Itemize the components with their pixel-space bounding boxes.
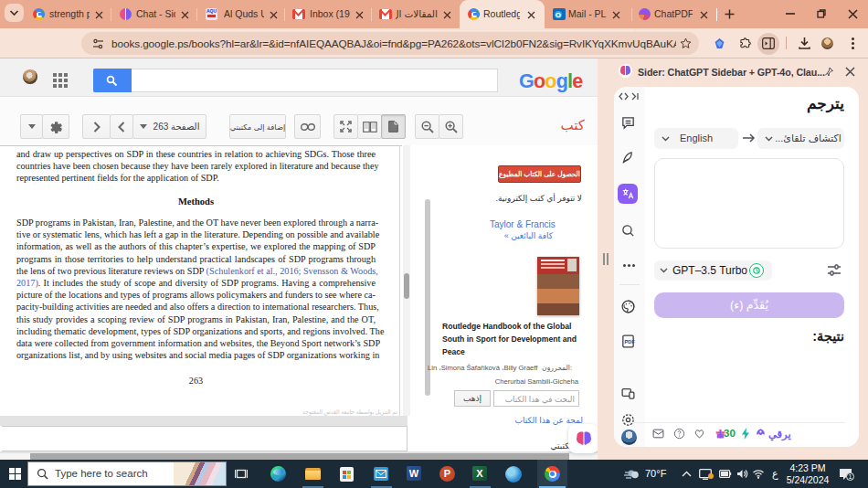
svg-text:PDF: PDF [625, 339, 636, 345]
